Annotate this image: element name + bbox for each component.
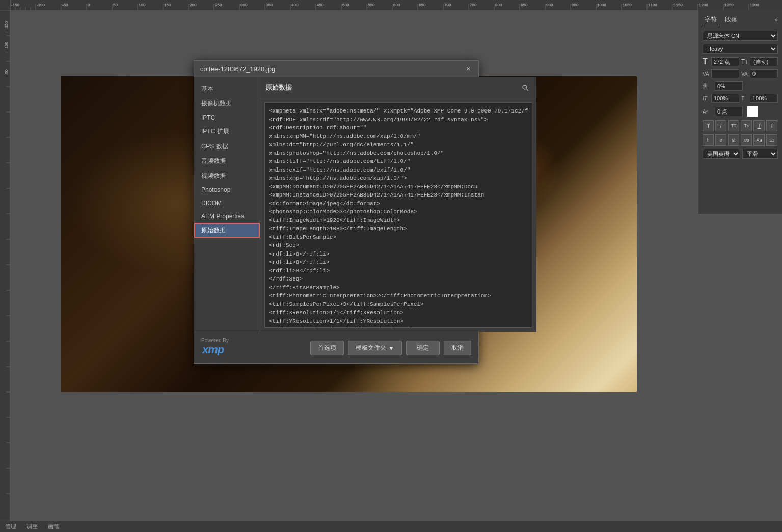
language-select[interactable]: 美国英语 [703, 149, 740, 159]
svg-text:850: 850 [521, 3, 528, 7]
percent-row: 焦 [703, 81, 778, 91]
svg-text:xmp: xmp [202, 343, 224, 355]
svg-text:-150: -150 [4, 21, 9, 30]
xml-line: </rdf:Seq> [269, 275, 528, 284]
file-info-dialog: coffee-1283672_1920.jpg × 基本 摄像机数据 IPTC … [194, 60, 479, 364]
svg-text:1250: 1250 [724, 3, 734, 7]
dialog-sidebar: 基本 摄像机数据 IPTC IPTC 扩展 GPS 数据 音频数据 视频数据 P… [194, 77, 260, 332]
style-underline-btn[interactable]: T [753, 120, 765, 131]
va-input[interactable] [711, 69, 739, 78]
sidebar-item-gps[interactable]: GPS 数据 [194, 139, 260, 154]
svg-text:900: 900 [546, 3, 553, 7]
content-title: 原始数据 [265, 83, 292, 92]
font-weight-row: Heavy [703, 44, 778, 54]
ok-button[interactable]: 确定 [406, 341, 440, 355]
svg-text:50: 50 [113, 3, 118, 7]
xml-line: <tiff:ImageWidth>1920</tiff:ImageWidth> [269, 216, 528, 225]
baseline-input[interactable] [715, 107, 743, 116]
xml-line: xmlns:dc="http://purl.org/dc/elements/1.… [269, 141, 528, 149]
right-panel: 字符 段落 » 思源宋体 CN Heavy T T↕ VA VA 焦 IT T [698, 10, 782, 214]
line-height-input[interactable] [750, 57, 778, 66]
font-family-row: 思源宋体 CN [703, 31, 778, 41]
cancel-button[interactable]: 取消 [444, 341, 471, 355]
xml-line: <tiff:YResolution>1/1</tiff:YResolution> [269, 317, 528, 326]
scale-row: IT T [703, 94, 778, 103]
style-icons-row: T T TT Ts T T [703, 120, 778, 131]
panel-header: 字符 段落 » [703, 14, 778, 25]
xml-line: <rdf:li>8</rdf:li> [269, 258, 528, 267]
color-swatch[interactable] [747, 106, 758, 117]
svg-text:250: 250 [215, 3, 222, 7]
search-button[interactable] [519, 81, 531, 94]
va-icon: VA [703, 71, 709, 77]
template-button[interactable]: 模板文件夹 ▼ [348, 341, 402, 355]
svg-text:700: 700 [444, 3, 451, 7]
style-italic-btn[interactable]: T [715, 120, 726, 131]
content-header: 原始数据 [260, 77, 536, 98]
svg-text:600: 600 [393, 3, 400, 7]
sidebar-item-basic[interactable]: 基本 [194, 81, 260, 96]
svg-text:750: 750 [470, 3, 477, 7]
ruler-vertical: -150 -100 -50 [0, 10, 10, 532]
svg-text:-100: -100 [37, 3, 45, 7]
baseline-row: A² [703, 106, 778, 117]
style-strike-btn[interactable]: T [766, 120, 777, 131]
ruler-horizontal: -150 -100 -50 0 50 100 150 200 250 300 [10, 0, 782, 10]
svg-text:1200: 1200 [699, 3, 708, 7]
sidebar-item-camera[interactable]: 摄像机数据 [194, 96, 260, 111]
style-aa-btn[interactable]: Aa [753, 134, 765, 146]
font-weight-select[interactable]: Heavy [703, 44, 778, 54]
scale-vertical-input[interactable] [750, 94, 778, 103]
percent-input[interactable] [715, 81, 743, 91]
status-brush: 画笔 [48, 523, 59, 530]
sidebar-item-dicom[interactable]: DICOM [194, 197, 260, 210]
xml-content[interactable]: <xmpmeta xmlns:x="adobe:ns:meta/" x:xmpt… [264, 102, 532, 328]
ruler-horizontal-svg: -150 -100 -50 0 50 100 150 200 250 300 [10, 0, 782, 10]
dialog-body: 基本 摄像机数据 IPTC IPTC 扩展 GPS 数据 音频数据 视频数据 P… [194, 77, 478, 332]
sidebar-item-raw[interactable]: 原始数据 [194, 223, 260, 238]
style-ordinal-btn[interactable]: st [728, 134, 739, 146]
sidebar-item-iptc-ext[interactable]: IPTC 扩展 [194, 124, 260, 139]
sidebar-item-audio[interactable]: 音频数据 [194, 154, 260, 169]
footer-buttons: 首选项 模板文件夹 ▼ 确定 取消 [310, 341, 471, 355]
sidebar-item-iptc[interactable]: IPTC [194, 111, 260, 124]
ruler-corner [0, 0, 10, 10]
style-allcaps-btn[interactable]: TT [728, 120, 739, 131]
sidebar-item-aem[interactable]: AEM Properties [194, 210, 260, 223]
style-fraction2-btn[interactable]: 1/2 [766, 134, 777, 146]
prefs-button[interactable]: 首选项 [310, 341, 344, 355]
antialiasing-select[interactable]: 平滑 [742, 149, 778, 159]
font-size-input[interactable] [711, 57, 739, 66]
tab-character[interactable]: 字符 [703, 14, 719, 25]
xml-line: <dc:format>image/jpeg</dc:format> [269, 200, 528, 208]
style-icons-row2: fi ⌀ st a/b Aa 1/2 [703, 134, 778, 146]
tab-paragraph[interactable]: 段落 [723, 14, 739, 25]
style-ligature-btn[interactable]: ⌀ [715, 134, 726, 146]
style-super-btn[interactable]: Ts [741, 120, 752, 131]
xml-line: xmlns:xmpMM="http://ns.adobe.com/xap/1.0… [269, 132, 528, 141]
scale-horizontal-input[interactable] [711, 94, 739, 103]
xmp-brand: Powered By xmp [201, 338, 229, 358]
xmp-logo-svg: xmp [202, 343, 228, 355]
xml-line: <xmpMM:DocumentID>07205FF2AB85D42714A1AA… [269, 183, 528, 191]
sidebar-item-photoshop[interactable]: Photoshop [194, 183, 260, 197]
xml-line: <xmpmeta xmlns:x="adobe:ns:meta/" x:xmpt… [269, 107, 528, 116]
xmp-logo: xmp [202, 343, 228, 358]
svg-point-87 [523, 85, 527, 89]
style-sub-btn[interactable]: fi [703, 134, 714, 146]
style-fraction-btn[interactable]: a/b [741, 134, 752, 146]
svg-text:150: 150 [164, 3, 171, 7]
style-bold-btn[interactable]: T [703, 120, 714, 131]
xml-line: <tiff:BitsPerSample> [269, 233, 528, 242]
font-family-select[interactable]: 思源宋体 CN [703, 31, 778, 41]
panel-expand-icon[interactable]: » [774, 16, 778, 23]
xml-line: <tiff:ResolutionUnit>1</tiff:ResolutionU… [269, 325, 528, 328]
dialog-close-button[interactable]: × [464, 65, 472, 73]
va2-icon: VA [741, 71, 748, 77]
status-manage: 管理 [5, 523, 16, 530]
va2-input[interactable] [750, 69, 778, 78]
svg-text:400: 400 [291, 3, 299, 7]
xml-line: <xmpMM:InstanceID>07205FF2AB85D42714A1AA… [269, 191, 528, 200]
sidebar-item-video[interactable]: 视频数据 [194, 169, 260, 183]
xml-line: <tiff:XResolution>1/1</tiff:XResolution> [269, 309, 528, 317]
